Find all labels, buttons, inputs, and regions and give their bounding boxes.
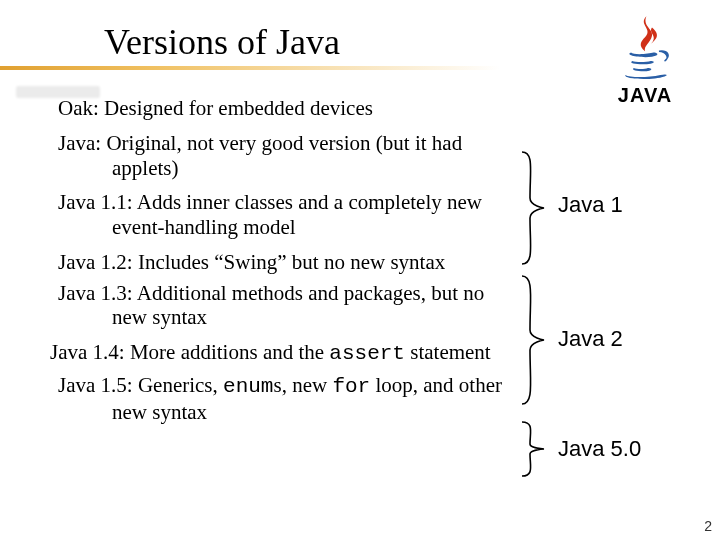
assert-keyword: assert <box>329 342 405 365</box>
item-oak: Oak: Designed for embedded devices <box>58 96 508 121</box>
item-java13: Java 1.3: Additional methods and package… <box>58 281 508 331</box>
curly-brace-icon <box>518 420 548 478</box>
item-java15-b: s, new <box>273 373 332 397</box>
page-number: 2 <box>704 518 712 534</box>
item-java15-a: Java 1.5: Generics, <box>58 373 223 397</box>
item-java0: Java: Original, not very good version (b… <box>58 131 508 181</box>
item-java12: Java 1.2: Includes “Swing” but no new sy… <box>58 250 508 275</box>
for-keyword: for <box>332 375 370 398</box>
slide-root: Versions of Java JAVA Oak: Designed for … <box>0 0 720 540</box>
item-java14-a: Java 1.4: More additions and the <box>50 340 329 364</box>
brace-java1 <box>518 150 548 266</box>
title-underline <box>0 66 500 70</box>
enum-keyword: enum <box>223 375 273 398</box>
brace-java2 <box>518 274 548 406</box>
java-logo: JAVA <box>600 12 690 107</box>
item-java11: Java 1.1: Adds inner classes and a compl… <box>58 190 508 240</box>
label-java2: Java 2 <box>558 326 623 352</box>
label-java1: Java 1 <box>558 192 623 218</box>
java-logo-text: JAVA <box>600 84 690 107</box>
item-java14: Java 1.4: More additions and the assert … <box>50 340 508 367</box>
java-logo-icon <box>610 12 680 82</box>
item-java15: Java 1.5: Generics, enums, new for loop,… <box>58 373 508 425</box>
curly-brace-icon <box>518 150 548 266</box>
item-java14-b: statement <box>405 340 491 364</box>
body-content: Oak: Designed for embedded devices Java:… <box>58 96 508 434</box>
curly-brace-icon <box>518 274 548 406</box>
brace-java5 <box>518 420 548 478</box>
label-java5: Java 5.0 <box>558 436 641 462</box>
